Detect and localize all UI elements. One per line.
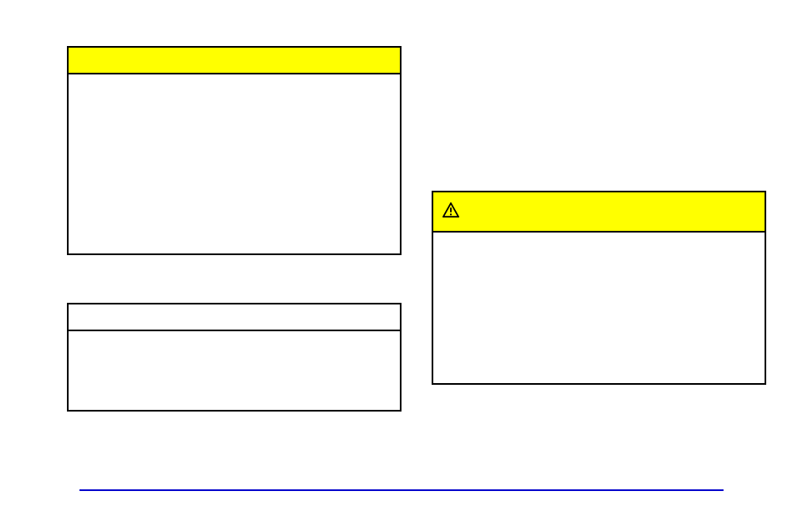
caution-box-2 — [432, 191, 766, 385]
caution-box-2-header — [433, 192, 765, 233]
footer-divider — [79, 489, 724, 491]
svg-point-1 — [450, 213, 452, 215]
notice-box-header — [69, 304, 400, 331]
notice-box — [67, 303, 402, 412]
caution-box-1 — [67, 46, 402, 255]
warning-triangle-icon — [442, 202, 460, 222]
caution-box-1-header — [69, 48, 400, 74]
